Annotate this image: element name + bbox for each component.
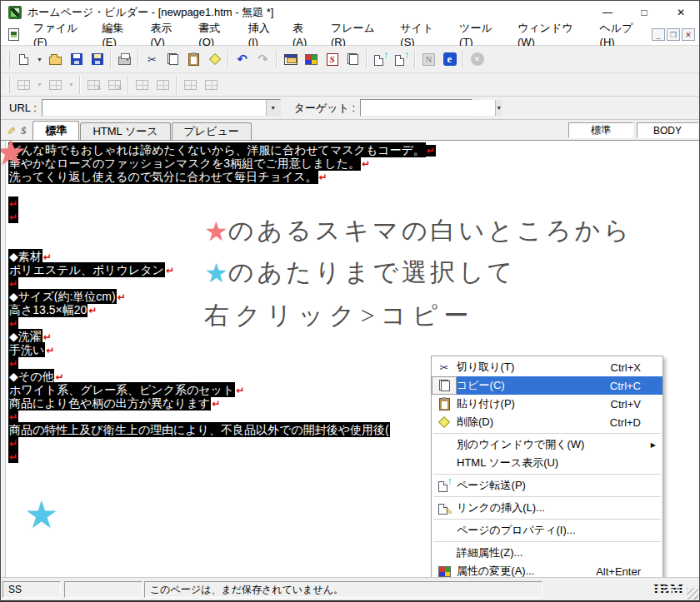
save-button[interactable] [66, 49, 87, 70]
merge-cell-button[interactable] [132, 74, 152, 95]
tab-html-source[interactable]: HTML ソース [80, 122, 170, 140]
editor-line[interactable]: ↵ [8, 197, 699, 210]
selected-empty-line[interactable]: ↵ [8, 356, 18, 369]
menu-item-label: ページ転送(P) [457, 478, 662, 493]
separator [414, 50, 416, 68]
menu-item-label: 削除(D) [457, 415, 610, 430]
editor-line[interactable]: どんな時でもおしゃれは諦めたくないから、洋服に合わせてマスクもコーデ。↵ [8, 143, 699, 157]
selected-text[interactable]: 商品の特性上及び衛生上の理由により、不良品以外での開封後や使用後( [8, 422, 390, 437]
selected-text[interactable]: 手洗い [8, 342, 45, 357]
page-upload-button[interactable]: ↑ [370, 49, 391, 70]
close-button[interactable]: ✕ [662, 1, 699, 24]
link-insert-icon: ✎ [432, 501, 457, 515]
editor-line[interactable]: 華やかなローズのファッションマスクを3柄組でご用意しました。↵ [8, 157, 699, 170]
editor-area[interactable]: ★ ★ ★のあるスキマの白いところから ★のあたりまで選択して 右クリック>コピ… [1, 141, 699, 577]
split-right-button[interactable] [201, 74, 222, 95]
mdi-restore-icon: ❐ [670, 31, 677, 39]
delete-column-button[interactable]: ✕ [104, 74, 125, 95]
split-cell-icon [184, 80, 197, 90]
url-combobox: ▼ [42, 99, 281, 117]
delete-row-icon: ✕ [88, 80, 100, 90]
status-mode-cell: SS [2, 581, 61, 598]
chevron-down-icon: ▼ [496, 105, 502, 111]
document-icon [8, 28, 19, 41]
return-mark-icon: ↵ [8, 438, 18, 450]
new-page-dropdown[interactable]: ▼ [34, 49, 45, 70]
app-window: ホームページ・ビルダー - [newpage1.htm - 無題 *] — □ … [0, 0, 700, 602]
url-input[interactable] [42, 100, 266, 116]
editor-line[interactable]: 洗ってくり返し使えるので気分に合わせて毎日チョイス。↵ [8, 170, 699, 183]
eraser-icon [208, 53, 220, 65]
paste-button[interactable] [183, 49, 204, 70]
return-mark-icon: ↵ [235, 385, 245, 396]
insert-column-dropdown[interactable]: ▼ [66, 74, 77, 95]
selected-text[interactable]: 商品により色や柄の出方が異なります [8, 396, 211, 410]
editor-line[interactable]: 手洗い↵ [8, 343, 699, 356]
tab-preview[interactable]: プレビュー [172, 122, 252, 140]
resize-grip[interactable] [687, 588, 698, 600]
target-combobox: ▼ [360, 99, 472, 117]
target-dropdown-button[interactable]: ▼ [495, 100, 502, 116]
mdi-minimize-button[interactable]: _ [652, 28, 665, 41]
style-button[interactable]: S [322, 49, 342, 70]
merge-right-button[interactable] [152, 74, 173, 95]
toolbar-grip[interactable] [8, 77, 10, 93]
selected-text[interactable]: 洗ってくり返し使えるので気分に合わせて毎日チョイス。 [8, 169, 318, 184]
delete-row-button[interactable]: ✕ [83, 74, 104, 95]
stop-button[interactable]: ✕ [467, 49, 488, 70]
copy-button[interactable] [162, 49, 183, 70]
clear-format-button[interactable] [204, 49, 225, 70]
separator [228, 50, 229, 68]
insert-column-button[interactable] [45, 74, 66, 95]
context-menu-item-open-in-new-window[interactable]: 別のウインドウで開く(W) ▶ [432, 435, 662, 454]
selected-empty-line[interactable]: ↵ [8, 450, 18, 462]
selected-empty-line[interactable]: ↵ [8, 197, 18, 209]
undo-button[interactable]: ↶ [232, 49, 252, 70]
selected-empty-line[interactable]: ↵ [8, 316, 18, 329]
page-list-button[interactable] [342, 49, 363, 70]
selected-empty-line[interactable]: ↵ [8, 210, 18, 222]
context-menu-item-detail-attributes[interactable]: 詳細属性(Z)... [432, 544, 662, 562]
selected-text[interactable]: 高さ13.5×幅20 [8, 302, 88, 317]
context-menu-item-html-source[interactable]: HTML ソース表示(U) [432, 454, 662, 472]
url-dropdown-button[interactable]: ▼ [266, 100, 280, 116]
context-menu-item-copy[interactable]: コピー(C) Ctrl+C [432, 376, 662, 395]
context-menu-item-paste[interactable]: 貼り付け(P) Ctrl+V [432, 395, 662, 413]
cut-button[interactable]: ✂ [142, 49, 162, 70]
selected-empty-line[interactable]: ↵ [8, 276, 18, 289]
insert-image-button[interactable] [301, 49, 322, 70]
mdi-close-button[interactable]: ✕ [682, 28, 695, 41]
target-input[interactable] [361, 100, 495, 116]
context-menu-item-delete[interactable]: 削除(D) Ctrl+D [432, 413, 662, 431]
context-menu-item-cut[interactable]: ✂ 切り取り(T) Ctrl+X [432, 358, 662, 376]
selected-empty-line[interactable]: ↵ [8, 410, 18, 422]
split-cell-button[interactable] [180, 74, 201, 95]
preview-ie-button[interactable]: e [439, 49, 460, 70]
toolbar-grip[interactable] [8, 51, 10, 67]
site-upload-button[interactable]: ↑ [391, 49, 412, 70]
context-menu-item-insert-link[interactable]: ✎ リンクの挿入(L)... [432, 499, 662, 517]
menu-item-label: 詳細属性(Z)... [457, 545, 662, 560]
save-all-button[interactable] [87, 49, 108, 70]
context-menu: ✂ 切り取り(T) Ctrl+X コピー(C) Ctrl+C 貼り付け(P) C… [431, 356, 663, 577]
selected-empty-line[interactable]: ↵ [8, 436, 18, 449]
open-site-button[interactable] [280, 49, 301, 70]
status-empty-cell [64, 581, 142, 598]
insert-row-button[interactable] [13, 74, 34, 95]
return-mark-icon: ↵ [426, 145, 436, 157]
open-button[interactable] [45, 49, 66, 70]
mdi-restore-button[interactable]: ❐ [667, 28, 680, 41]
selected-text[interactable]: ポリエステル、ポリウレタン [8, 262, 165, 277]
tab-standard[interactable]: 標準 [32, 121, 79, 140]
insert-row-dropdown[interactable]: ▼ [34, 74, 45, 95]
context-menu-item-change-attributes[interactable]: 属性の変更(A)... Alt+Enter [432, 562, 662, 577]
context-menu-item-page-properties[interactable]: ページのプロパティ(I)... [432, 521, 662, 540]
print-button[interactable] [114, 49, 135, 70]
redo-button[interactable]: ↷ [252, 49, 273, 70]
context-menu-item-page-transfer[interactable]: ↑ ページ転送(P) [432, 476, 662, 495]
annotation-text: のあたりまで選択して [228, 258, 517, 286]
editor-line-blank[interactable] [8, 183, 699, 197]
mdi-close-icon: ✕ [685, 31, 692, 39]
new-page-button[interactable] [13, 49, 34, 70]
preview-netscape-button[interactable]: N [418, 49, 439, 70]
